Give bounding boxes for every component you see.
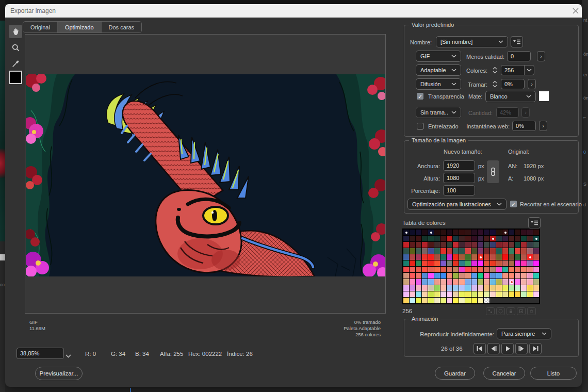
- color-swatch-cell[interactable]: [521, 242, 527, 248]
- color-swatch-cell[interactable]: [484, 236, 489, 241]
- color-swatch-cell[interactable]: [515, 236, 520, 241]
- color-swatch-cell[interactable]: [416, 273, 421, 279]
- color-swatch-cell[interactable]: [422, 267, 428, 272]
- color-swatch-cell[interactable]: [490, 248, 496, 254]
- color-swatch-cell[interactable]: [496, 230, 502, 235]
- color-swatch-cell[interactable]: [447, 260, 452, 266]
- color-swatch-cell[interactable]: [403, 254, 409, 260]
- dither-slider-button[interactable]: ›: [528, 79, 536, 89]
- color-swatch-cell[interactable]: [453, 279, 459, 285]
- color-swatch-cell[interactable]: [416, 279, 421, 285]
- color-swatch-cell[interactable]: [496, 267, 502, 272]
- color-swatch-cell[interactable]: [453, 242, 459, 248]
- color-swatch-cell[interactable]: [527, 230, 533, 235]
- color-swatch-cell[interactable]: [440, 291, 446, 297]
- color-swatch-cell[interactable]: [440, 254, 446, 260]
- color-swatch-cell[interactable]: [403, 273, 409, 279]
- color-swatch-cell[interactable]: [471, 273, 477, 279]
- color-swatch-cell[interactable]: [502, 260, 508, 266]
- preset-menu-button[interactable]: [511, 36, 523, 47]
- color-swatch-cell[interactable]: [453, 230, 459, 235]
- color-swatch-cell[interactable]: [440, 260, 446, 266]
- color-swatch-cell[interactable]: [502, 273, 508, 279]
- color-swatch-cell[interactable]: [453, 291, 459, 297]
- dither-input[interactable]: [501, 79, 525, 89]
- color-swatch-cell[interactable]: [533, 230, 539, 235]
- color-swatch-cell[interactable]: [509, 260, 514, 266]
- optimize-dropdown[interactable]: Optimización para ilustraciones: [407, 199, 507, 210]
- color-swatch-cell[interactable]: [521, 260, 527, 266]
- percent-input[interactable]: [443, 185, 475, 195]
- color-swatch-cell[interactable]: [416, 248, 421, 254]
- format-dropdown[interactable]: GIF: [416, 51, 461, 62]
- color-swatch-cell[interactable]: [410, 236, 415, 241]
- color-swatch-cell[interactable]: [428, 298, 434, 303]
- color-swatch-cell[interactable]: [471, 260, 477, 266]
- tab-original[interactable]: Original: [23, 22, 58, 32]
- color-swatch-cell[interactable]: [428, 273, 434, 279]
- color-swatch-cell[interactable]: [440, 273, 446, 279]
- color-swatch-cell[interactable]: [515, 248, 520, 254]
- color-swatch-cell[interactable]: [465, 236, 471, 241]
- color-swatch-cell[interactable]: [410, 279, 415, 285]
- color-swatch-cell[interactable]: [496, 273, 502, 279]
- color-swatch-cell[interactable]: [453, 260, 459, 266]
- color-swatch-cell[interactable]: [410, 267, 415, 272]
- color-swatch-cell[interactable]: [527, 254, 533, 260]
- color-swatch-cell[interactable]: [471, 291, 477, 297]
- color-swatch-cell[interactable]: [515, 285, 520, 291]
- color-swatch-cell[interactable]: [465, 279, 471, 285]
- color-swatch-cell[interactable]: [478, 285, 483, 291]
- color-swatch-cell[interactable]: [490, 236, 496, 241]
- color-swatch-cell[interactable]: [509, 273, 514, 279]
- color-swatch-cell[interactable]: [403, 248, 409, 254]
- color-swatch-cell[interactable]: [509, 267, 514, 272]
- height-input[interactable]: [443, 173, 475, 183]
- color-swatch-cell[interactable]: [478, 273, 483, 279]
- color-swatch-cell[interactable]: [459, 285, 465, 291]
- color-swatch-cell[interactable]: [416, 291, 421, 297]
- color-swatch-cell[interactable]: [403, 267, 409, 272]
- color-swatch-cell[interactable]: [440, 285, 446, 291]
- color-swatch-cell[interactable]: [496, 285, 502, 291]
- color-swatch-cell[interactable]: [502, 279, 508, 285]
- color-swatch-cell[interactable]: [434, 248, 440, 254]
- first-frame-button[interactable]: [473, 343, 486, 354]
- color-swatch-cell[interactable]: [478, 236, 483, 241]
- color-swatch-cell[interactable]: [434, 273, 440, 279]
- color-swatch-cell[interactable]: [471, 230, 477, 235]
- color-swatch-cell[interactable]: [502, 242, 508, 248]
- color-swatch-cell[interactable]: [521, 254, 527, 260]
- color-swatch-cell[interactable]: [484, 260, 489, 266]
- color-swatch-cell[interactable]: [478, 242, 483, 248]
- color-table-menu-button[interactable]: [528, 217, 541, 228]
- color-swatch-cell[interactable]: [428, 236, 434, 241]
- color-swatch-cell[interactable]: [422, 273, 428, 279]
- tab-dos-caras[interactable]: Dos caras: [102, 22, 142, 32]
- color-swatch-cell[interactable]: [496, 248, 502, 254]
- color-swatch-cell[interactable]: [459, 273, 465, 279]
- color-swatch-cell[interactable]: [428, 267, 434, 272]
- color-swatch-cell[interactable]: [471, 279, 477, 285]
- color-swatch-cell[interactable]: [447, 254, 452, 260]
- color-swatch-cell[interactable]: [434, 236, 440, 241]
- color-swatch-cell[interactable]: [490, 260, 496, 266]
- color-swatch-cell[interactable]: [465, 291, 471, 297]
- color-swatch-cell[interactable]: [478, 230, 483, 235]
- color-swatch-cell[interactable]: [533, 273, 539, 279]
- save-button[interactable]: Guardar: [435, 367, 475, 380]
- color-swatch-cell[interactable]: [515, 279, 520, 285]
- color-swatch-cell[interactable]: [521, 273, 527, 279]
- color-swatch-cell[interactable]: [459, 242, 465, 248]
- tab-optimizado[interactable]: Optimizado: [58, 22, 102, 32]
- color-swatch-cell[interactable]: [490, 285, 496, 291]
- color-swatch-cell[interactable]: [465, 285, 471, 291]
- color-swatch-cell[interactable]: [416, 254, 421, 260]
- color-swatch-cell[interactable]: [521, 248, 527, 254]
- dither-stepper[interactable]: [492, 79, 498, 89]
- color-swatch-cell[interactable]: [422, 291, 428, 297]
- color-swatch-cell[interactable]: [515, 291, 520, 297]
- color-swatch-cell[interactable]: [447, 230, 452, 235]
- color-swatch-cell[interactable]: [478, 267, 483, 272]
- color-swatch-cell[interactable]: [471, 267, 477, 272]
